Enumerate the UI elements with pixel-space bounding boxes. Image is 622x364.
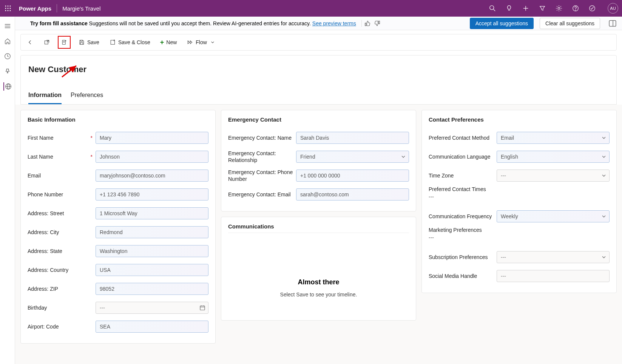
ai-banner-body: Suggestions will not be saved until you … [88,20,312,26]
form-tabs: Information Preferences [28,92,609,104]
nav-globe-icon[interactable] [3,82,12,91]
pref-times-label: Preferred Contact Times [429,186,489,192]
thumbs-up-icon[interactable] [364,20,371,27]
ai-banner-bold: Try form fill assistance [30,20,88,26]
settings-gear-icon[interactable] [555,4,563,12]
pref-frequency-label: Communication Frequency [429,213,497,219]
svg-point-2 [10,6,11,7]
filter-icon[interactable] [538,4,546,12]
first-name-input[interactable] [96,132,208,144]
pref-social-label: Social Media Handle [429,273,497,279]
nav-pin-icon[interactable] [3,67,12,76]
accept-all-suggestions-button[interactable]: Accept all suggestions [470,18,534,29]
street-label: Address: Street [28,210,96,216]
svg-point-14 [558,7,560,9]
back-button[interactable] [25,37,36,47]
basic-information-section: Basic Information First Name* Last Name*… [20,110,216,344]
airport-input[interactable] [96,321,208,333]
street-input[interactable] [96,207,208,219]
svg-point-8 [10,10,11,11]
nav-hamburger-icon[interactable] [3,22,12,30]
last-name-input[interactable] [96,151,208,163]
communications-empty-title: Almost there [236,278,401,286]
ai-preview-terms-link[interactable]: See preview terms [312,20,356,26]
diagnostics-icon[interactable] [588,4,596,12]
pref-times-value: --- [429,192,434,201]
help-icon[interactable] [571,4,580,12]
chevron-down-icon [602,154,606,159]
svg-rect-35 [200,306,205,310]
phone-input[interactable] [96,188,208,201]
ec-name-input[interactable] [296,132,409,144]
birthday-input[interactable] [96,302,208,314]
flow-icon [187,39,193,46]
svg-rect-33 [80,43,83,45]
pref-timezone-value: --- [501,173,506,179]
last-name-label: Last Name* [28,154,96,160]
save-and-close-button[interactable]: Save & Close [107,37,153,47]
arrow-left-icon [27,39,34,46]
state-label: Address: State [28,248,96,254]
emergency-contact-section: Emergency Contact Emergency Contact: Nam… [221,110,416,211]
open-new-window-button[interactable] [41,37,52,47]
city-input[interactable] [96,226,208,238]
form-assist-icon [61,39,68,46]
pref-language-select[interactable]: English [497,151,610,163]
communications-section: Communications Almost there Select Save … [221,217,416,321]
save-button[interactable]: Save [76,37,102,47]
command-bar: Save Save & Close + New Flow [20,34,617,51]
new-button[interactable]: + New [158,38,179,47]
basic-info-title: Basic Information [28,116,208,123]
user-avatar[interactable]: AU [608,3,618,14]
calendar-icon[interactable] [199,305,205,311]
contact-preferences-section: Contact Preferences Preferred Contact Me… [421,110,617,293]
flow-button[interactable]: Flow [184,37,218,47]
svg-point-5 [10,8,11,9]
left-nav-rail [0,17,15,364]
tab-preferences[interactable]: Preferences [71,92,103,104]
svg-point-6 [5,10,6,11]
pref-language-value: English [501,154,518,160]
thumbs-down-icon[interactable] [374,20,381,27]
zip-label: Address: ZIP [28,286,96,292]
country-input[interactable] [96,264,208,276]
ec-relationship-select[interactable]: Friend [296,151,409,163]
zip-input[interactable] [96,283,208,295]
ec-email-input[interactable] [296,188,409,201]
phone-label: Phone Number [28,191,96,197]
nav-home-icon[interactable] [3,37,12,45]
lightbulb-icon[interactable] [505,4,513,12]
chevron-down-icon [602,136,606,140]
clear-all-suggestions-button[interactable]: Clear all suggestions [540,18,600,29]
svg-point-7 [8,10,9,11]
pref-social-input[interactable] [497,270,610,282]
tab-information[interactable]: Information [28,92,62,104]
state-input[interactable] [96,245,208,257]
ec-phone-input[interactable] [296,170,409,182]
ai-assist-banner: Try form fill assistance Suggestions wil… [15,17,622,30]
airport-label: Airport: Code [28,324,96,330]
pref-subscription-label: Subscription Preferences [429,254,497,260]
form-fill-assist-button[interactable] [58,36,71,49]
communications-empty-state: Almost there Select Save to see your tim… [228,233,409,320]
svg-line-10 [494,9,495,11]
header-divider [57,4,57,12]
svg-rect-25 [609,20,616,26]
nav-recent-icon[interactable] [3,52,12,60]
svg-rect-32 [81,40,83,41]
copilot-panel-icon[interactable] [608,19,617,28]
pref-marketing-value: --- [429,233,434,242]
avatar-initials: AU [610,6,616,11]
pref-subscription-select[interactable]: --- [497,251,610,263]
chevron-down-icon [602,255,606,259]
pref-timezone-select[interactable]: --- [497,170,610,182]
plus-icon[interactable] [522,4,530,12]
pref-language-label: Communication Language [429,154,497,160]
page-title: New Customer [28,65,609,74]
pref-frequency-select[interactable]: Weekly [497,210,610,222]
environment-name: Margie's Travel [62,5,100,12]
app-launcher-icon[interactable] [4,4,12,12]
search-icon[interactable] [488,4,497,12]
pref-method-select[interactable]: Email [497,132,610,144]
email-input[interactable] [96,170,208,182]
